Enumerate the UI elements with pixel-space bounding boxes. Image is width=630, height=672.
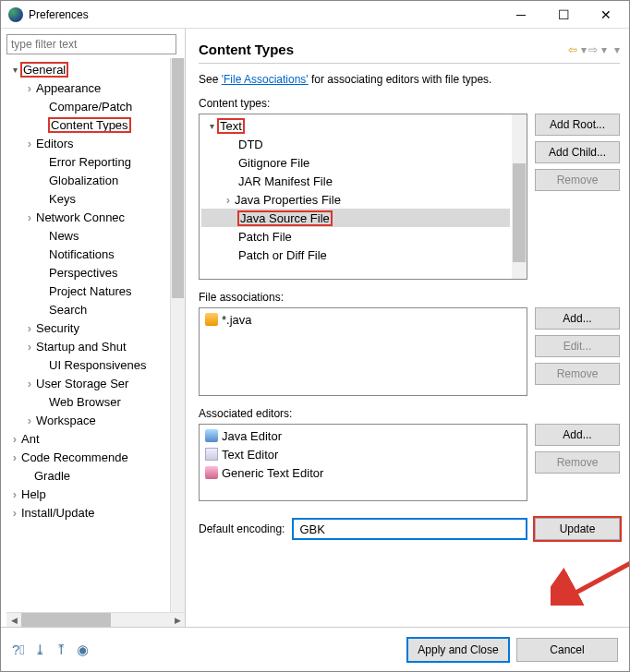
record-icon[interactable]: ◉	[77, 642, 89, 658]
tree-item-web-browser[interactable]: Web Browser	[6, 392, 170, 411]
chevron-right-icon[interactable]	[23, 137, 36, 150]
maximize-button[interactable]: ☐	[542, 1, 585, 29]
tree-item-code[interactable]: Code Recommende	[6, 448, 170, 466]
chevron-right-icon[interactable]	[8, 432, 21, 446]
nav-hscrollbar[interactable]: ◀ ▶	[6, 612, 185, 627]
tree-item-help[interactable]: Help	[6, 485, 170, 503]
tree-item-keys[interactable]: Keys	[6, 189, 170, 208]
remove-button[interactable]: Remove	[535, 169, 620, 191]
tree-item-ant[interactable]: Ant	[6, 429, 170, 448]
tree-item-network[interactable]: Network Connec	[6, 208, 170, 226]
ct-item[interactable]: JAR Manifest File	[201, 172, 510, 190]
back-button[interactable]: ⇦	[568, 43, 577, 56]
tree-item-general[interactable]: General	[6, 60, 170, 78]
editor-label: Java Editor	[222, 429, 282, 443]
tree-item-editors[interactable]: Editors	[6, 134, 170, 152]
tree-item-project-natures[interactable]: Project Natures	[6, 282, 170, 300]
tree-item-notifications[interactable]: Notifications	[6, 245, 170, 263]
scrollbar-thumb[interactable]	[513, 163, 526, 262]
tree-label: Error Reporting	[49, 155, 131, 169]
tree-item-appearance[interactable]: Appearance	[6, 78, 170, 97]
tree-item-install[interactable]: Install/Update	[6, 503, 170, 522]
tree-item-gradle[interactable]: Gradle	[6, 466, 170, 485]
add-child-button[interactable]: Add Child...	[535, 141, 620, 163]
import-icon[interactable]: ⤓	[34, 642, 46, 658]
nav-tree[interactable]: General Appearance Compare/Patch Content…	[6, 58, 170, 612]
apply-close-button[interactable]: Apply and Close	[407, 638, 509, 662]
tree-item-compare[interactable]: Compare/Patch	[6, 97, 170, 115]
editor-item[interactable]: Text Editor	[201, 445, 525, 463]
tree-item-security[interactable]: Security	[6, 318, 170, 337]
ct-item-java-props[interactable]: Java Properties File	[201, 190, 510, 209]
chevron-right-icon[interactable]	[23, 81, 36, 95]
tree-label: Web Browser	[49, 395, 121, 409]
chevron-right-icon[interactable]	[23, 210, 36, 224]
tree-label: News	[49, 229, 79, 243]
chevron-right-icon[interactable]	[8, 450, 21, 464]
tree-label: Compare/Patch	[49, 100, 132, 114]
chevron-right-icon[interactable]	[23, 377, 36, 390]
chevron-down-icon[interactable]	[8, 65, 21, 75]
chevron-right-icon[interactable]	[23, 414, 36, 427]
filter-input[interactable]	[6, 34, 176, 54]
ct-item[interactable]: DTD	[201, 135, 510, 153]
assoc-editors-list[interactable]: Java Editor Text Editor Generic Text Edi…	[199, 424, 527, 501]
tree-item-perspectives[interactable]: Perspectives	[6, 263, 170, 282]
tree-item-globalization[interactable]: Globalization	[6, 171, 170, 189]
chevron-down-icon[interactable]	[205, 121, 218, 131]
editor-item[interactable]: Generic Text Editor	[201, 463, 525, 482]
content-types-label: Content types:	[199, 97, 620, 110]
ct-item-java-source[interactable]: Java Source File	[201, 209, 510, 227]
chevron-right-icon[interactable]	[222, 193, 235, 207]
assoc-editors-label: Associated editors:	[199, 407, 620, 420]
annotation-arrow	[551, 532, 630, 606]
ct-item[interactable]: Patch or Diff File	[201, 246, 510, 264]
tree-item-user-storage[interactable]: User Storage Ser	[6, 374, 170, 392]
scrollbar-thumb[interactable]	[172, 58, 184, 298]
file-assoc-item[interactable]: *.java	[201, 310, 525, 329]
tree-item-error[interactable]: Error Reporting	[6, 152, 170, 171]
editor-item[interactable]: Java Editor	[201, 426, 525, 445]
titlebar: Preferences ─ ☐ ✕	[1, 1, 629, 29]
chevron-right-icon[interactable]	[23, 321, 36, 335]
tree-item-ui-resp[interactable]: UI Responsivenes	[6, 355, 170, 374]
chevron-right-icon[interactable]	[23, 340, 36, 354]
add-button[interactable]: Add...	[535, 424, 620, 446]
tree-label: Ant	[21, 432, 40, 446]
chevron-right-icon[interactable]	[8, 506, 21, 520]
remove-button[interactable]: Remove	[535, 363, 620, 385]
cancel-button[interactable]: Cancel	[516, 638, 618, 662]
menu-icon[interactable]: ▾	[614, 43, 620, 56]
add-root-button[interactable]: Add Root...	[535, 114, 620, 136]
remove-button[interactable]: Remove	[535, 451, 620, 474]
forward-menu[interactable]: ▾	[601, 43, 607, 56]
content-types-tree[interactable]: Text DTD Gitignore File JAR Manifest Fil…	[199, 114, 527, 280]
update-button[interactable]: Update	[535, 518, 620, 540]
ct-scrollbar[interactable]	[512, 114, 527, 279]
tree-item-content-types[interactable]: Content Types	[6, 115, 170, 134]
file-assoc-list[interactable]: *.java	[199, 307, 527, 396]
tree-item-startup[interactable]: Startup and Shut	[6, 337, 170, 355]
help-icon[interactable]: ?⃝	[12, 642, 25, 658]
editor-label: Text Editor	[222, 448, 278, 462]
ct-item[interactable]: Gitignore File	[201, 153, 510, 172]
tree-item-news[interactable]: News	[6, 226, 170, 245]
forward-button[interactable]: ⇨	[588, 43, 598, 56]
ct-label: DTD	[238, 138, 263, 151]
chevron-right-icon[interactable]	[8, 487, 21, 501]
nav-scrollbar[interactable]	[170, 58, 185, 612]
export-icon[interactable]: ⤒	[55, 642, 67, 658]
ct-item[interactable]: Patch File	[201, 227, 510, 246]
edit-button[interactable]: Edit...	[535, 335, 620, 357]
generic-icon	[205, 466, 218, 479]
tree-item-search[interactable]: Search	[6, 300, 170, 318]
ct-item-text[interactable]: Text	[201, 116, 510, 135]
add-button[interactable]: Add...	[535, 307, 620, 330]
tree-item-workspace[interactable]: Workspace	[6, 411, 170, 429]
tree-label: Perspectives	[49, 266, 117, 280]
file-associations-link[interactable]: 'File Associations'	[222, 73, 309, 86]
default-encoding-input[interactable]	[292, 518, 527, 540]
minimize-button[interactable]: ─	[500, 1, 542, 29]
close-button[interactable]: ✕	[585, 1, 627, 29]
back-menu[interactable]: ▾	[581, 43, 587, 56]
